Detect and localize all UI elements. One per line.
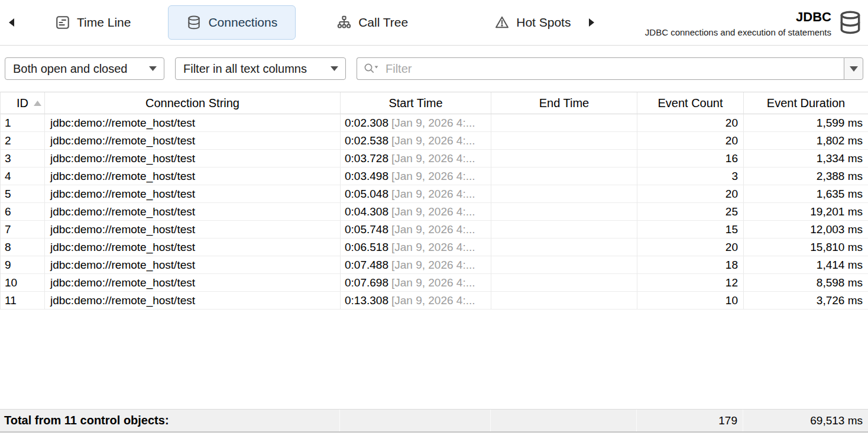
column-header-event-duration[interactable]: Event Duration: [744, 92, 868, 114]
total-event-count: 179: [637, 410, 743, 431]
table-row[interactable]: 2 jdbc:demo://remote_host/test 0:02.538[…: [1, 132, 868, 150]
column-header-connection-string[interactable]: Connection String: [45, 92, 341, 114]
start-time-date: [Jan 9, 2026 4:...: [391, 134, 475, 147]
cell-event-count: 12: [637, 274, 744, 292]
tab-call-tree[interactable]: Call Tree: [324, 5, 420, 40]
cell-connection-string: jdbc:demo://remote_host/test: [45, 114, 341, 132]
cell-event-count: 20: [637, 114, 744, 132]
cell-start-time: 0:05.748[Jan 9, 2026 4:...: [341, 221, 491, 239]
cell-connection-string: jdbc:demo://remote_host/test: [45, 185, 341, 203]
cell-event-duration: 1,414 ms: [744, 256, 868, 274]
tab-label: Connections: [208, 15, 277, 30]
start-time-elapsed: 0:05.748: [345, 223, 388, 236]
cell-event-duration: 19,201 ms: [744, 203, 868, 221]
timeline-icon: [55, 15, 70, 30]
cell-event-count: 20: [637, 185, 744, 203]
view-subtitle: JDBC connections and execution of statem…: [645, 27, 831, 37]
table-row[interactable]: 6 jdbc:demo://remote_host/test 0:04.308[…: [1, 203, 868, 221]
cell-start-time: 0:03.498[Jan 9, 2026 4:...: [341, 167, 491, 185]
cell-start-time: 0:07.698[Jan 9, 2026 4:...: [341, 274, 491, 292]
cell-end-time: [491, 256, 637, 274]
cell-id: 5: [1, 185, 45, 203]
cell-event-duration: 12,003 ms: [744, 221, 868, 239]
cell-end-time: [491, 221, 637, 239]
cell-connection-string: jdbc:demo://remote_host/test: [45, 132, 341, 150]
back-chevron-icon[interactable]: [5, 12, 18, 33]
cell-id: 10: [1, 274, 45, 292]
forward-chevron-icon[interactable]: [585, 12, 597, 33]
cell-connection-string: jdbc:demo://remote_host/test: [45, 150, 341, 167]
cell-event-duration: 8,598 ms: [744, 274, 868, 292]
cell-event-count: 16: [637, 150, 744, 167]
cell-id: 8: [1, 239, 45, 256]
view-identity: JDBC JDBC connections and execution of s…: [645, 8, 863, 37]
table-row[interactable]: 3 jdbc:demo://remote_host/test 0:03.728[…: [1, 150, 868, 167]
database-icon: [186, 15, 202, 30]
cell-event-count: 20: [637, 132, 744, 150]
hotspots-icon: [494, 15, 510, 30]
start-time-elapsed: 0:05.048: [345, 188, 388, 200]
cell-event-duration: 1,802 ms: [744, 132, 868, 150]
start-time-date: [Jan 9, 2026 4:...: [391, 152, 475, 165]
jdbc-probe-view: Time Line Connections: [0, 0, 868, 435]
tab-connections[interactable]: Connections: [168, 5, 296, 40]
filter-bar: Both open and closed Filter in all text …: [0, 46, 868, 92]
table-row[interactable]: 10 jdbc:demo://remote_host/test 0:07.698…: [1, 274, 868, 292]
start-time-date: [Jan 9, 2026 4:...: [391, 223, 475, 236]
column-header-end-time[interactable]: End Time: [491, 92, 637, 114]
search-icon[interactable]: [364, 63, 380, 75]
table-row[interactable]: 9 jdbc:demo://remote_host/test 0:07.488[…: [1, 256, 868, 274]
connection-state-value: Both open and closed: [13, 62, 128, 76]
start-time-elapsed: 0:04.308: [345, 205, 388, 218]
cell-id: 6: [1, 203, 45, 221]
filter-history-dropdown-button[interactable]: [844, 57, 863, 80]
dropdown-arrow-icon: [331, 66, 338, 71]
tab-label: Time Line: [77, 15, 131, 30]
cell-end-time: [491, 185, 637, 203]
tab-time-line[interactable]: Time Line: [43, 5, 143, 40]
tab-hot-spots[interactable]: Hot Spots: [482, 5, 583, 40]
connection-state-dropdown[interactable]: Both open and closed: [5, 57, 164, 80]
cell-connection-string: jdbc:demo://remote_host/test: [45, 256, 341, 274]
start-time-date: [Jan 9, 2026 4:...: [391, 259, 475, 271]
table-row[interactable]: 7 jdbc:demo://remote_host/test 0:05.748[…: [1, 221, 868, 239]
cell-start-time: 0:07.488[Jan 9, 2026 4:...: [341, 256, 491, 274]
cell-id: 11: [1, 292, 45, 310]
dropdown-arrow-icon: [149, 66, 157, 71]
cell-id: 1: [1, 114, 45, 132]
table-row[interactable]: 4 jdbc:demo://remote_host/test 0:03.498[…: [1, 167, 868, 185]
filter-column-dropdown[interactable]: Filter in all text columns: [175, 57, 346, 80]
cell-end-time: [491, 114, 637, 132]
start-time-elapsed: 0:06.518: [345, 241, 388, 253]
start-time-elapsed: 0:02.308: [345, 117, 388, 129]
start-time-date: [Jan 9, 2026 4:...: [391, 205, 475, 218]
cell-connection-string: jdbc:demo://remote_host/test: [45, 274, 341, 292]
column-header-start-time[interactable]: Start Time: [341, 92, 491, 114]
table-body: 1 jdbc:demo://remote_host/test 0:02.308[…: [0, 114, 868, 310]
tab-label: Hot Spots: [516, 15, 571, 30]
start-time-elapsed: 0:03.498: [345, 170, 388, 182]
table-row[interactable]: 1 jdbc:demo://remote_host/test 0:02.308[…: [1, 114, 868, 132]
start-time-elapsed: 0:07.488: [345, 259, 388, 271]
column-header-event-count[interactable]: Event Count: [637, 92, 744, 114]
filter-input[interactable]: [357, 57, 844, 80]
column-header-id[interactable]: ID: [1, 92, 45, 114]
cell-event-duration: 1,635 ms: [744, 185, 868, 203]
start-time-elapsed: 0:03.728: [345, 152, 388, 165]
cell-end-time: [491, 292, 637, 310]
cell-start-time: 0:06.518[Jan 9, 2026 4:...: [341, 239, 491, 256]
total-end-time: [491, 410, 637, 431]
table-row[interactable]: 8 jdbc:demo://remote_host/test 0:06.518[…: [1, 239, 868, 256]
cell-id: 7: [1, 221, 45, 239]
cell-event-count: 3: [637, 167, 744, 185]
table-row[interactable]: 5 jdbc:demo://remote_host/test 0:05.048[…: [1, 185, 868, 203]
cell-event-count: 10: [637, 292, 744, 310]
cell-event-duration: 1,334 ms: [744, 150, 868, 167]
cell-id: 4: [1, 167, 45, 185]
cell-connection-string: jdbc:demo://remote_host/test: [45, 239, 341, 256]
table-row[interactable]: 11 jdbc:demo://remote_host/test 0:13.308…: [1, 292, 868, 310]
total-label: Total from 11 control objects:: [0, 410, 340, 431]
cell-id: 2: [1, 132, 45, 150]
total-event-duration: 69,513 ms: [743, 410, 868, 431]
cell-start-time: 0:13.308[Jan 9, 2026 4:...: [341, 292, 491, 310]
